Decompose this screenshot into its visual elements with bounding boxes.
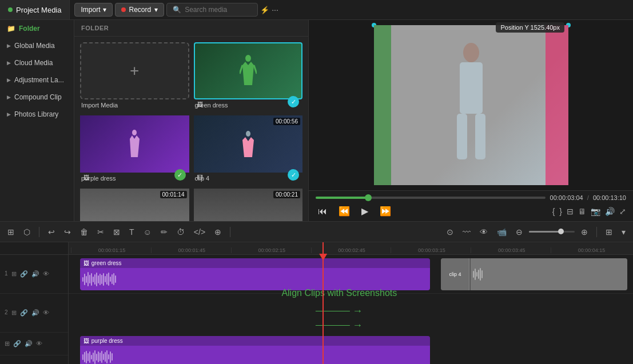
more-icon[interactable]: ··· xyxy=(272,5,278,14)
svg-rect-7 xyxy=(457,114,467,159)
wave-bar xyxy=(94,350,95,364)
folder-label: Folder xyxy=(19,25,40,33)
import-media-item[interactable]: + Import Media xyxy=(80,42,189,111)
tl-wave-button[interactable]: 〰 xyxy=(460,226,473,238)
media-item-purple-dress[interactable]: ✓ 🖼 purple dress xyxy=(80,115,189,184)
track3-icon-d[interactable]: 👁 xyxy=(36,340,42,347)
record-button[interactable]: Record ▾ xyxy=(115,3,165,17)
clip-purple-dress[interactable]: 🖼 purple dress xyxy=(80,336,430,364)
tl-minus-button[interactable]: ⊖ xyxy=(513,226,525,238)
filter-icon[interactable]: ⚡ xyxy=(260,6,269,14)
track1-icons: 1 ⊞ 🔗 🔊 👁 xyxy=(5,270,49,278)
media-item-row3a[interactable]: 00:01:14 xyxy=(80,189,189,221)
media-item-clip4[interactable]: 00:00:56 ✓ 🎞 clip 4 xyxy=(194,115,303,184)
wave-bar xyxy=(103,354,104,360)
import-button[interactable]: Import ▾ xyxy=(74,3,112,17)
tl-edit-button[interactable]: ✏ xyxy=(158,226,170,238)
track1-icon-a[interactable]: ⊞ xyxy=(11,270,17,278)
svg-line-2 xyxy=(254,65,257,74)
svg-point-3 xyxy=(132,130,137,135)
clip4-duration: 00:00:56 xyxy=(273,118,300,125)
monitor-icon[interactable]: 🖥 xyxy=(578,207,586,216)
sidebar-item-global-media[interactable]: ▶ Global Media xyxy=(0,37,74,54)
tl-camera2-button[interactable]: 📹 xyxy=(494,226,509,238)
tl-sticker-button[interactable]: ☺ xyxy=(141,226,154,238)
purple-dress-label: purple dress xyxy=(80,173,189,184)
zoom-knob[interactable] xyxy=(558,229,564,234)
align-annotation: Align Clips with Screenshots → → xyxy=(281,288,397,331)
wave-bar xyxy=(105,352,106,362)
media-item-row3b[interactable]: 00:00:21 xyxy=(194,189,303,221)
ruler-mark-0: 00:00:01:15 xyxy=(71,247,151,253)
sidebar-item-compound-clip[interactable]: ▶ Compound Clip xyxy=(0,89,74,106)
sidebar-folder[interactable]: 📁 Folder xyxy=(0,20,74,37)
tl-crop-button[interactable]: ⊠ xyxy=(110,226,123,238)
video-content xyxy=(374,25,568,185)
tl-cut-button[interactable]: ✂ xyxy=(94,226,107,238)
trim-end-icon[interactable]: } xyxy=(559,207,562,216)
preview-video xyxy=(309,20,633,190)
tl-text-button[interactable]: T xyxy=(126,226,137,238)
tl-plus-button[interactable]: ⊕ xyxy=(578,226,591,238)
track2-icon-a[interactable]: ⊞ xyxy=(11,309,17,317)
frame-forward-button[interactable]: ⏩ xyxy=(377,205,393,218)
import-media-box[interactable]: + xyxy=(80,42,189,99)
wave-bar xyxy=(476,272,477,277)
playhead[interactable] xyxy=(323,255,324,364)
wave-bar xyxy=(101,351,102,363)
chevron-icon: ▶ xyxy=(7,77,11,83)
wave-bar xyxy=(110,277,111,282)
wave-bar xyxy=(82,354,83,360)
clip-green-dress[interactable]: 🖼 green dress xyxy=(80,258,430,290)
track2-icon-b[interactable]: 🔗 xyxy=(20,309,28,317)
split-icon[interactable]: ⊟ xyxy=(567,207,574,216)
tl-timer-button[interactable]: ⏱ xyxy=(174,226,188,238)
tl-separator1 xyxy=(39,227,39,237)
track1-icon-d[interactable]: 👁 xyxy=(43,270,49,278)
sidebar-item-cloud-media[interactable]: ▶ Cloud Media xyxy=(0,54,74,71)
tl-magnet-button[interactable]: ⊙ xyxy=(444,226,456,238)
arrow-right-1: → xyxy=(352,305,363,317)
camera-icon[interactable]: 📷 xyxy=(591,207,600,216)
svg-point-0 xyxy=(245,55,251,62)
chevron-icon: ▶ xyxy=(7,111,11,117)
sidebar-item-adjustment[interactable]: ▶ Adjustment La... xyxy=(0,71,74,89)
tl-eye-button[interactable]: 👁 xyxy=(477,226,491,238)
track3-icon-a[interactable]: ⊞ xyxy=(5,340,10,347)
tl-delete-button[interactable]: 🗑 xyxy=(77,226,91,238)
zoom-track[interactable] xyxy=(529,231,575,233)
track-1: 🖼 green dress xyxy=(69,255,633,294)
track3-icon-c[interactable]: 🔊 xyxy=(25,340,33,347)
tl-undo-button[interactable]: ↩ xyxy=(45,226,58,238)
project-media-tab[interactable]: Project Media xyxy=(0,0,70,19)
frame-back-button[interactable]: ⏪ xyxy=(336,205,352,218)
tl-grid-button[interactable]: ⊞ xyxy=(603,226,615,238)
wave-bar xyxy=(478,270,479,279)
clip-4-block[interactable]: clip 4 xyxy=(441,258,627,290)
track2-icon-c[interactable]: 🔊 xyxy=(31,309,39,317)
track2-icon-d[interactable]: 👁 xyxy=(43,309,49,317)
tl-chevron-button[interactable]: ▾ xyxy=(619,226,628,238)
tl-redo-button[interactable]: ↪ xyxy=(61,226,74,238)
media-item-green-dress[interactable]: ✓ 🖼 green dress xyxy=(194,42,303,111)
play-button[interactable]: ▶ xyxy=(359,205,371,218)
track3-icon-b[interactable]: 🔗 xyxy=(13,340,21,347)
tl-undo-placeholder[interactable]: ⊞ xyxy=(5,226,17,238)
wave-bar xyxy=(99,274,101,285)
audio-icon[interactable]: 🔊 xyxy=(605,207,615,216)
tl-select-tool[interactable]: ⬡ xyxy=(21,226,33,238)
tl-copy-button[interactable]: ⊕ xyxy=(212,226,224,238)
fullscreen-icon[interactable]: ⤢ xyxy=(619,207,626,216)
track1-icon-c[interactable]: 🔊 xyxy=(31,270,39,278)
trim-start-icon[interactable]: { xyxy=(552,207,555,216)
progress-knob[interactable] xyxy=(365,194,372,201)
skip-back-button[interactable]: ⏮ xyxy=(316,205,329,218)
sidebar-item-photos-library[interactable]: ▶ Photos Library xyxy=(0,106,74,123)
green-dress-label: green dress xyxy=(194,99,303,111)
track-num-1: 1 xyxy=(5,270,8,278)
track1-icon-b[interactable]: 🔗 xyxy=(20,270,28,278)
search-bar[interactable]: 🔍 Search media xyxy=(166,3,258,17)
tl-code-button[interactable]: </> xyxy=(191,226,208,238)
progress-bar[interactable] xyxy=(316,197,546,199)
timeline-ruler-area: 00:00:01:15 00:00:01:45 00:00:02:15 00:0… xyxy=(69,242,633,364)
